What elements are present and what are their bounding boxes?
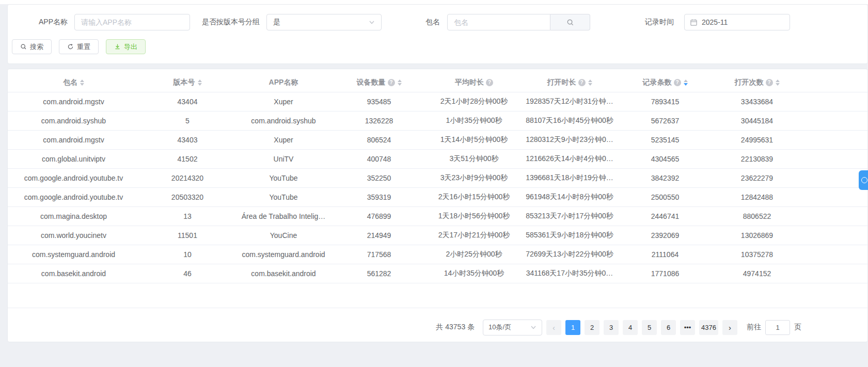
search-icon: [566, 19, 574, 26]
column-header-6[interactable]: 打开时长?: [522, 73, 618, 92]
table-cell: 13026869: [713, 226, 801, 245]
table-cell: 2小时25分钟00秒: [427, 245, 522, 264]
table-cell: 30445184: [713, 111, 801, 130]
record-time-picker[interactable]: 2025-11: [684, 14, 790, 30]
export-button[interactable]: 导出: [106, 39, 146, 54]
app-name-input[interactable]: [74, 14, 190, 30]
group-by-version-label: 是否按版本号分组: [202, 18, 260, 27]
table-cell: 33433684: [713, 92, 801, 111]
table-cell: YouTube: [235, 187, 332, 206]
page-button-5[interactable]: 5: [642, 320, 657, 335]
table-cell: com.basekit.android: [8, 264, 139, 283]
table-cell: 14小时35分钟00秒: [427, 264, 522, 283]
search-icon: [20, 43, 27, 50]
table-cell: YouTube: [235, 168, 332, 187]
page-size-select[interactable]: 10条/页: [483, 320, 542, 336]
filler-cell: [801, 206, 867, 226]
table-cell: 341168天17小时35分钟0…: [522, 264, 618, 283]
table-cell: 1326228: [332, 111, 427, 130]
table-cell: 2111064: [618, 245, 713, 264]
action-buttons-row: 搜索 重置 导出: [8, 39, 867, 54]
export-button-label: 导出: [124, 42, 137, 52]
reset-button[interactable]: 重置: [59, 39, 99, 54]
page-button-4376[interactable]: 4376: [699, 320, 718, 335]
filler-cell: [801, 226, 867, 245]
table-cell: com.google.android.youtube.tv: [8, 168, 139, 187]
column-header-7[interactable]: 记录条数?: [618, 73, 713, 92]
table-cell: 46: [139, 264, 235, 283]
table-cell: com.android.syshub: [8, 111, 139, 130]
filler-cell: [801, 92, 867, 111]
table-cell: 476899: [332, 206, 427, 226]
prev-page-button[interactable]: ‹: [546, 320, 561, 335]
table-cell: 961948天14小时8分钟00秒: [522, 187, 618, 206]
table-cell: 1280312天9小时23分钟0…: [522, 130, 618, 149]
group-by-version-select[interactable]: 是: [266, 14, 382, 30]
page-unit-label: 页: [794, 323, 801, 332]
reset-button-label: 重置: [77, 42, 90, 52]
search-button[interactable]: 搜索: [12, 39, 52, 54]
package-name-input[interactable]: [447, 14, 550, 30]
table-cell: 7893415: [618, 92, 713, 111]
table-spacer: [8, 283, 867, 308]
table-cell: 13: [139, 206, 235, 226]
table-cell: 10375278: [713, 245, 801, 264]
goto-page-input[interactable]: [765, 320, 790, 335]
more-pages-button[interactable]: •••: [680, 320, 695, 335]
page-size-value: 10条/页: [488, 323, 511, 332]
app-name-label: APP名称: [8, 18, 68, 27]
table-cell: 1771086: [618, 264, 713, 283]
page-button-3[interactable]: 3: [604, 320, 619, 335]
table-cell: 3天51分钟00秒: [427, 149, 522, 168]
column-header-1[interactable]: 包名: [8, 73, 139, 92]
column-label: 记录条数: [643, 78, 672, 87]
column-label: 打开时长: [547, 78, 576, 87]
group-by-version-value: 是: [273, 18, 280, 27]
table-row: com.world.youcinetv11501YouCine2149492天1…: [8, 226, 867, 245]
table-panel: 包名版本号APP名称设备数量?平均时长?打开时长?记录条数?打开次数? com.…: [7, 69, 868, 342]
table-cell: com.basekit.android: [235, 264, 332, 283]
table-cell: 1216626天14小时4分钟0…: [522, 149, 618, 168]
column-header-4[interactable]: 设备数量?: [332, 73, 427, 92]
table-row: com.google.android.youtube.tv20503320You…: [8, 187, 867, 206]
table-cell: 4974152: [713, 264, 801, 283]
table-cell: YouCine: [235, 226, 332, 245]
table-cell: 23622279: [713, 168, 801, 187]
top-strip: [0, 0, 868, 4]
table-cell: 1天18小时56分钟00秒: [427, 206, 522, 226]
table-cell: com.google.android.youtube.tv: [8, 187, 139, 206]
table-cell: Xuper: [235, 92, 332, 111]
page-button-4[interactable]: 4: [623, 320, 638, 335]
table-row: com.google.android.youtube.tv20214320You…: [8, 168, 867, 187]
table-cell: 24995631: [713, 130, 801, 149]
filler-cell: [801, 245, 867, 264]
table-cell: com.global.unitviptv: [8, 149, 139, 168]
floating-side-tab[interactable]: [859, 170, 868, 190]
next-page-button[interactable]: ›: [722, 320, 737, 335]
table-row: com.android.mgstv43404Xuper9354852天1小时28…: [8, 92, 867, 111]
question-icon: ?: [674, 79, 681, 86]
record-time-value: 2025-11: [702, 18, 728, 26]
table-cell: 2392069: [618, 226, 713, 245]
table-cell: com.systemguard.android: [8, 245, 139, 264]
package-name-input-group: [447, 14, 590, 30]
column-label: APP名称: [269, 78, 298, 87]
table-cell: com.android.mgstv: [8, 130, 139, 149]
table-cell: 2天1小时28分钟00秒: [427, 92, 522, 111]
table-cell: 717568: [332, 245, 427, 264]
package-search-button[interactable]: [550, 14, 590, 30]
table-cell: 22130839: [713, 149, 801, 168]
table-cell: com.android.syshub: [235, 111, 332, 130]
column-header-8[interactable]: 打开次数?: [713, 73, 801, 92]
table-cell: 5235145: [618, 130, 713, 149]
page-button-1[interactable]: 1: [565, 320, 580, 335]
page-button-2[interactable]: 2: [585, 320, 599, 335]
filler-cell: [801, 111, 867, 130]
page-button-6[interactable]: 6: [661, 320, 676, 335]
chevron-down-icon: [369, 19, 375, 25]
filler-cell: [801, 187, 867, 206]
table-row: com.systemguard.android10com.systemguard…: [8, 245, 867, 264]
column-header-2[interactable]: 版本号: [139, 73, 235, 92]
table-row: com.android.mgstv43403Xuper8065241天14小时5…: [8, 130, 867, 149]
sort-caret: [198, 79, 202, 86]
